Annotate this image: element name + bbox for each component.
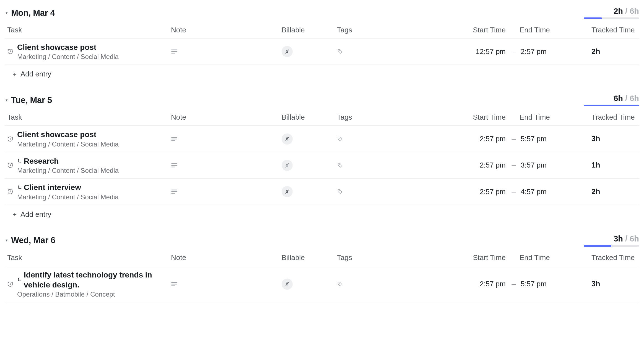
svg-point-36 bbox=[339, 191, 339, 191]
clock-icon bbox=[7, 48, 13, 55]
column-headers: Task Note Billable Tags Start Time End T… bbox=[5, 109, 639, 126]
day-header: ▼ Mon, Mar 4 2h / 6h bbox=[5, 6, 639, 22]
tracked-time[interactable]: 3h bbox=[591, 280, 644, 288]
col-header-note: Note bbox=[171, 26, 282, 34]
day-section: ▼ Tue, Mar 5 6h / 6h Task Note Billable … bbox=[5, 93, 639, 220]
col-header-tracked: Tracked Time bbox=[591, 113, 644, 122]
day-progress-bar bbox=[584, 105, 639, 106]
day-title: Wed, Mar 6 bbox=[11, 235, 55, 245]
task-name[interactable]: Research bbox=[24, 156, 59, 166]
day-progress-text: 2h / 6h bbox=[614, 7, 639, 16]
note-icon[interactable] bbox=[171, 49, 178, 54]
day-title: Mon, Mar 4 bbox=[11, 8, 55, 18]
subtask-icon bbox=[17, 277, 22, 282]
task-path: Operations / Batmobile / Concept bbox=[17, 290, 171, 298]
col-header-start: Start Time bbox=[448, 113, 520, 122]
entry-row[interactable]: Client showcase post Marketing / Content… bbox=[5, 126, 639, 152]
svg-point-31 bbox=[20, 188, 21, 189]
col-header-note: Note bbox=[171, 253, 282, 262]
add-entry-button[interactable]: ＋ Add entry bbox=[5, 65, 639, 79]
col-header-task: Task bbox=[5, 113, 171, 122]
add-entry-button[interactable]: ＋ Add entry bbox=[5, 205, 639, 220]
column-headers: Task Note Billable Tags Start Time End T… bbox=[5, 22, 639, 38]
end-time[interactable]: 2:57 pm bbox=[520, 47, 591, 56]
task-name[interactable]: Client showcase post bbox=[17, 130, 96, 140]
col-header-task: Task bbox=[5, 26, 171, 34]
col-header-billable: Billable bbox=[282, 26, 337, 34]
col-header-start: Start Time bbox=[448, 26, 520, 34]
day-title: Tue, Mar 5 bbox=[11, 95, 52, 105]
note-icon[interactable] bbox=[171, 163, 178, 168]
tracked-time[interactable]: 3h bbox=[591, 135, 644, 143]
start-time[interactable]: 2:57 pm bbox=[448, 135, 520, 143]
day-collapse-toggle[interactable]: ▼ bbox=[5, 98, 8, 102]
clock-icon bbox=[7, 162, 13, 168]
end-time[interactable]: 5:57 pm bbox=[520, 135, 591, 143]
plus-icon: ＋ bbox=[12, 210, 18, 218]
col-header-billable: Billable bbox=[282, 113, 337, 122]
day-header: ▼ Wed, Mar 6 3h / 6h bbox=[5, 233, 639, 250]
task-name[interactable]: Client interview bbox=[24, 182, 81, 192]
end-time[interactable]: 5:57 pm bbox=[520, 280, 591, 288]
billable-toggle[interactable] bbox=[282, 160, 293, 171]
billable-toggle[interactable] bbox=[282, 186, 293, 197]
col-header-tags: Tags bbox=[337, 253, 448, 262]
col-header-start: Start Time bbox=[448, 253, 520, 262]
entry-row[interactable]: Identify latest technology trends in veh… bbox=[5, 266, 639, 303]
note-icon[interactable] bbox=[171, 282, 178, 287]
svg-point-5 bbox=[339, 50, 339, 51]
col-header-tags: Tags bbox=[337, 113, 448, 122]
entry-row[interactable]: Client showcase post Marketing / Content… bbox=[5, 38, 639, 65]
svg-point-41 bbox=[18, 278, 19, 279]
task-path: Marketing / Content / Social Media bbox=[17, 53, 119, 61]
clock-icon bbox=[7, 189, 13, 195]
day-header: ▼ Tue, Mar 5 6h / 6h bbox=[5, 93, 639, 109]
end-time[interactable]: 4:57 pm bbox=[520, 187, 591, 196]
billable-toggle[interactable] bbox=[282, 279, 293, 290]
subtask-icon bbox=[17, 159, 22, 164]
tag-icon[interactable] bbox=[337, 48, 343, 55]
tag-icon[interactable] bbox=[337, 189, 343, 195]
col-header-tracked: Tracked Time bbox=[591, 253, 644, 262]
task-path: Marketing / Content / Social Media bbox=[17, 193, 119, 201]
col-header-tags: Tags bbox=[337, 26, 448, 34]
tag-icon[interactable] bbox=[337, 281, 343, 287]
tracked-time[interactable]: 2h bbox=[591, 47, 644, 56]
start-time[interactable]: 12:57 pm bbox=[448, 47, 520, 56]
tag-icon[interactable] bbox=[337, 136, 343, 142]
col-header-tracked: Tracked Time bbox=[591, 26, 644, 34]
svg-point-30 bbox=[18, 186, 19, 186]
note-icon[interactable] bbox=[171, 189, 178, 194]
billable-toggle[interactable] bbox=[282, 46, 293, 57]
svg-point-25 bbox=[339, 164, 339, 165]
tracked-time[interactable]: 1h bbox=[591, 161, 644, 169]
task-name[interactable]: Identify latest technology trends in veh… bbox=[24, 270, 171, 290]
note-icon[interactable] bbox=[171, 137, 178, 142]
add-entry-label: Add entry bbox=[20, 210, 51, 219]
clock-icon bbox=[7, 136, 13, 142]
billable-toggle[interactable] bbox=[282, 133, 293, 145]
task-name[interactable]: Client showcase post bbox=[17, 42, 96, 52]
start-time[interactable]: 2:57 pm bbox=[448, 280, 520, 288]
column-headers: Task Note Billable Tags Start Time End T… bbox=[5, 250, 639, 266]
entry-row[interactable]: Research Marketing / Content / Social Me… bbox=[5, 152, 639, 179]
start-time[interactable]: 2:57 pm bbox=[448, 161, 520, 169]
end-time[interactable]: 3:57 pm bbox=[520, 161, 591, 169]
task-path: Marketing / Content / Social Media bbox=[17, 167, 119, 174]
subtask-icon bbox=[17, 185, 22, 190]
entry-row[interactable]: Client interview Marketing / Content / S… bbox=[5, 179, 639, 205]
tracked-time[interactable]: 2h bbox=[591, 187, 644, 196]
col-header-note: Note bbox=[171, 113, 282, 122]
day-progress-bar bbox=[584, 245, 639, 247]
day-collapse-toggle[interactable]: ▼ bbox=[5, 11, 8, 15]
col-header-end: End Time bbox=[520, 26, 591, 34]
svg-point-20 bbox=[20, 162, 21, 163]
start-time[interactable]: 2:57 pm bbox=[448, 187, 520, 196]
day-collapse-toggle[interactable]: ▼ bbox=[5, 238, 8, 242]
svg-point-42 bbox=[20, 281, 21, 281]
day-progress-bar bbox=[584, 17, 639, 19]
col-header-end: End Time bbox=[520, 113, 591, 122]
tag-icon[interactable] bbox=[337, 162, 343, 168]
task-path: Marketing / Content / Social Media bbox=[17, 140, 119, 148]
col-header-billable: Billable bbox=[282, 253, 337, 262]
